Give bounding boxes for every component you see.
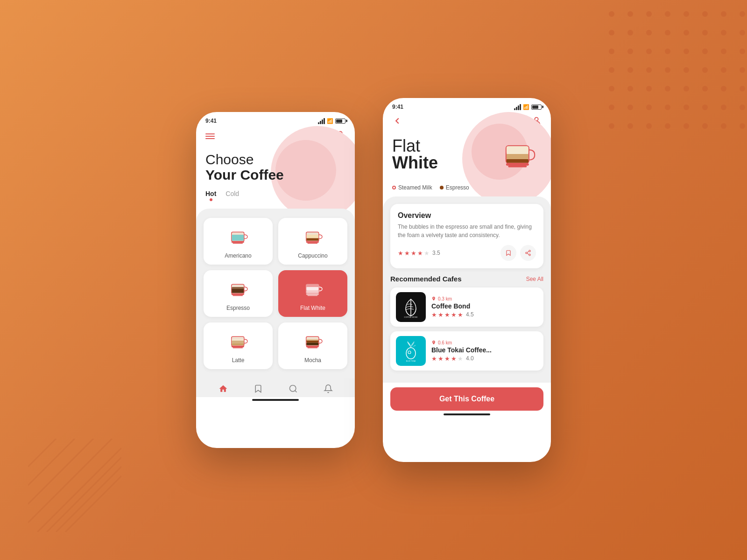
home-indicator-right [444,413,490,415]
svg-point-8 [609,30,614,35]
star-2: ★ [404,250,410,257]
svg-point-21 [702,49,708,54]
svg-point-7 [740,11,745,17]
svg-rect-91 [306,346,319,347]
coffee-card-cappuccino[interactable]: Cappuccino [278,218,347,265]
nav-search[interactable] [289,384,298,393]
svg-point-111 [406,348,416,359]
svg-point-41 [627,105,633,110]
ingredients-section: Steamed Milk Espresso [383,184,551,196]
svg-rect-70 [306,241,319,243]
svg-point-22 [721,49,726,54]
svg-point-23 [740,49,745,54]
coffee-title: Flat White [392,138,438,171]
svg-point-4 [684,11,689,17]
svg-point-20 [684,49,689,54]
svg-point-106 [526,252,528,254]
svg-point-45 [702,105,708,110]
tab-cold[interactable]: Cold [226,190,239,203]
menu-button[interactable] [205,133,215,139]
nav-bookmark[interactable] [254,384,263,393]
home-indicator-left [252,399,299,401]
svg-point-17 [627,49,633,54]
svg-point-28 [684,67,689,73]
svg-point-42 [646,105,652,110]
location-icon-bond [431,296,436,301]
coffee-card-americano[interactable]: Americano [204,218,273,265]
svg-line-62 [56,467,121,532]
coffee-card-espresso[interactable]: Espresso [204,270,273,317]
bottom-nav [196,378,355,397]
star-5: ★ [424,250,430,257]
milk-label: Steamed Milk [398,184,432,191]
svg-rect-92 [308,347,317,348]
flatwhite-cup-icon-right [500,140,542,177]
coffee-card-mocha[interactable]: Mocha [278,322,347,369]
svg-point-51 [665,123,670,129]
svg-rect-101 [508,166,527,168]
espresso-dot [440,186,444,189]
svg-point-6 [721,11,726,17]
cafe-logo-bond: COFFEE BOND [396,292,426,322]
svg-point-50 [646,123,652,129]
svg-point-52 [684,123,689,129]
cafe-name-bond: Coffee Bond [431,302,538,310]
svg-point-30 [721,67,726,73]
latte-cup-icon [224,330,252,353]
cappuccino-cup-icon [299,225,327,249]
svg-point-19 [665,49,670,54]
svg-rect-100 [506,163,529,166]
svg-point-24 [609,67,614,73]
see-all-button[interactable]: See All [526,276,543,282]
svg-point-107 [529,254,531,256]
svg-rect-104 [507,146,529,154]
signal-icon [318,118,325,124]
svg-point-1 [627,11,633,17]
time-right: 9:41 [392,104,403,110]
svg-point-33 [627,86,633,91]
cafe-card-tokai[interactable]: BLUE TOKAI 0.6 km Blue Tokai Coffee... ★… [390,331,543,371]
svg-point-15 [740,30,745,35]
nav-home[interactable] [218,384,228,393]
svg-point-29 [702,67,708,73]
star-3: ★ [411,250,416,257]
wifi-icon-right: 📶 [523,104,529,110]
coffee-name-latte: Latte [232,357,245,364]
svg-point-2 [646,11,652,17]
svg-rect-95 [306,339,318,341]
coffee-title-section: Flat White [383,134,551,184]
bond-logo-icon: COFFEE BOND [399,295,423,319]
status-bar-left: 9:41 📶 [196,112,355,126]
time-left: 9:41 [205,118,217,124]
svg-point-27 [665,67,670,73]
tab-hot[interactable]: Hot [205,190,216,203]
coffee-card-flatwhite[interactable]: Flat White [278,270,347,317]
cafe-distance-bond: 0.3 km [431,296,538,301]
get-coffee-button[interactable]: Get This Coffee [390,387,543,411]
cafe-card-bond[interactable]: COFFEE BOND 0.3 km Coffee Bond ★ ★ ★ [390,287,543,327]
coffee-card-latte[interactable]: Latte [204,322,273,369]
wifi-icon: 📶 [327,118,333,124]
coffee-section: Americano Cappuccino [196,209,355,378]
share-action-button[interactable] [520,245,536,261]
status-icons-right: 📶 [514,104,542,110]
svg-point-9 [627,30,633,35]
back-button[interactable] [392,116,402,128]
svg-point-44 [684,105,689,110]
bookmark-action-button[interactable] [500,245,516,261]
page-title: Choose Your Coffee [205,152,345,182]
svg-point-55 [740,123,745,129]
nav-bell[interactable] [324,384,333,393]
svg-point-31 [740,67,745,73]
coffee-name-espresso: Espresso [226,305,250,311]
svg-point-10 [646,30,652,35]
svg-line-56 [28,439,112,523]
svg-rect-86 [233,347,243,348]
svg-point-11 [665,30,670,35]
right-phone: 9:41 📶 [383,98,551,462]
cafe-distance-tokai: 0.6 km [431,340,538,345]
battery-icon [335,119,345,124]
svg-rect-66 [232,241,244,243]
svg-point-53 [702,123,708,129]
overview-description: The bubbles in the espresso are small an… [398,223,536,239]
